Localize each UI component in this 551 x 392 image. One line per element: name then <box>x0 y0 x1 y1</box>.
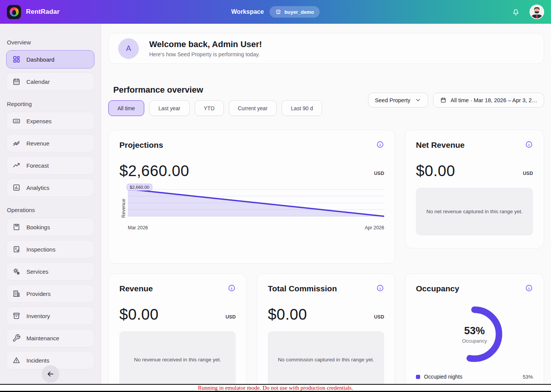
performance-header-row: Performance overview All timeLast yearYT… <box>108 85 544 116</box>
sidebar-item-services[interactable]: Services <box>6 262 95 281</box>
sidebar-item-revenue[interactable]: Revenue <box>6 134 95 152</box>
sidebar-item-label: Inventory <box>26 313 50 319</box>
building-icon <box>12 289 21 298</box>
emulator-warning-text: Running in emulator mode. Do not use wit… <box>198 385 353 391</box>
sidebar-section-label: Reporting <box>7 101 94 107</box>
property-selector-label: Seed Property <box>375 97 411 103</box>
sidebar-item-label: Analytics <box>26 185 49 191</box>
sidebar-item-maintenance[interactable]: Maintenance <box>6 329 95 347</box>
info-icon[interactable] <box>525 284 533 292</box>
x-axis-label-end: Apr 2026 <box>365 225 384 230</box>
revenue-value: $0.00 <box>119 306 159 323</box>
archive-box-icon <box>12 312 21 320</box>
brand: RentRadar <box>7 5 60 19</box>
filter-chip-all-time[interactable]: All time <box>108 100 144 116</box>
sidebar-item-providers[interactable]: Providers <box>6 284 95 303</box>
property-selector[interactable]: Seed Property <box>368 93 428 108</box>
workspace-badge-label: buyer_demo <box>284 9 314 15</box>
occupancy-percent: 53% <box>464 325 485 337</box>
occupancy-donut-chart: 53% Occupancy <box>442 302 507 367</box>
arrow-left-icon <box>46 370 55 378</box>
top-bar: RentRadar Workspace buyer_demo <box>0 0 551 24</box>
chevron-down-icon <box>415 97 421 103</box>
net-revenue-empty-state: No net revenue captured in this range ye… <box>416 188 533 235</box>
occupancy-title: Occupancy <box>416 284 459 293</box>
notifications-bell-icon[interactable] <box>511 7 520 16</box>
trending-up-icon <box>12 161 21 170</box>
info-icon[interactable] <box>228 284 236 292</box>
bar-chart-icon <box>12 183 21 192</box>
topbar-right <box>511 5 544 19</box>
filter-chip-ytd[interactable]: YTD <box>195 100 224 116</box>
sidebar-item-label: Services <box>26 268 49 275</box>
emulator-warning-bar: Running in emulator mode. Do not use wit… <box>0 384 551 392</box>
revenue-card: Revenue $0.00 USD No revenue received in… <box>108 273 247 392</box>
projections-card: Projections $2,660.00 USD Revenue <box>108 130 395 264</box>
occupancy-card: Occupancy 53% Occupancy <box>405 273 544 392</box>
sidebar-item-label: Calendar <box>26 78 50 85</box>
sidebar-collapse-button[interactable] <box>42 365 59 383</box>
warning-triangle-icon <box>12 356 21 364</box>
dashboard-grid-icon <box>12 55 21 64</box>
sidebar-item-forecast[interactable]: Forecast <box>6 156 95 175</box>
sidebar-item-label: Expenses <box>26 118 52 124</box>
sidebar-item-label: Incidents <box>26 357 49 364</box>
workspace-group: Workspace buyer_demo <box>231 6 320 18</box>
sidebar-item-bookings[interactable]: Bookings <box>6 218 95 236</box>
occupancy-legend: Occupied nights 53% <box>416 374 533 380</box>
info-icon[interactable] <box>376 140 384 149</box>
gears-icon <box>12 267 21 276</box>
trend-lines-icon <box>12 139 21 147</box>
filter-chip-last-year[interactable]: Last year <box>149 100 190 116</box>
performance-controls: Seed Property All time · Mar 18, 2026 – … <box>368 93 544 108</box>
projections-chart: Revenue $2,660.00 M <box>119 186 384 230</box>
sidebar-section-reporting: Reporting100ExpensesRevenueForecastAnaly… <box>6 101 95 197</box>
workspace-badge[interactable]: buyer_demo <box>269 6 320 18</box>
info-icon[interactable] <box>525 140 533 149</box>
banknote-icon: 100 <box>12 117 21 125</box>
net-revenue-title: Net Revenue <box>416 140 465 150</box>
sidebar-section-label: Operations <box>7 207 94 213</box>
sidebar-section-label: Overview <box>7 39 94 46</box>
sidebar-item-label: Forecast <box>26 162 49 169</box>
user-avatar[interactable] <box>530 5 544 19</box>
x-axis-label-start: Mar 2026 <box>128 225 148 230</box>
welcome-subtitle: Here's how Seed Property is performing t… <box>149 51 262 57</box>
welcome-title: Welcome back, Admin User! <box>149 39 262 49</box>
net-revenue-currency: USD <box>523 171 533 176</box>
main-content: A Welcome back, Admin User! Here's how S… <box>101 24 551 392</box>
clipboard-check-icon <box>12 245 21 253</box>
total-commission-value: $0.00 <box>268 306 307 323</box>
sidebar-item-inventory[interactable]: Inventory <box>6 307 95 325</box>
sidebar-item-label: Providers <box>26 291 51 297</box>
sidebar-section-overview: OverviewDashboardCalendar <box>6 39 95 91</box>
sidebar-item-analytics[interactable]: Analytics <box>6 178 95 197</box>
sidebar-item-dashboard[interactable]: Dashboard <box>6 50 95 69</box>
sidebar-item-inspections[interactable]: Inspections <box>6 240 95 258</box>
book-icon <box>12 223 21 231</box>
workspace-label: Workspace <box>231 8 264 15</box>
legend-swatch <box>416 375 420 379</box>
chart-point-tag: $2,660.00 <box>127 184 152 191</box>
sidebar-item-expenses[interactable]: 100Expenses <box>6 112 95 130</box>
net-revenue-value: $0.00 <box>416 162 455 180</box>
total-commission-title: Total Commission <box>268 284 337 293</box>
total-commission-empty-state: No commission captured in this range yet… <box>268 331 384 388</box>
projections-value: $2,660.00 <box>119 162 189 180</box>
cards-grid: Projections $2,660.00 USD Revenue <box>108 130 544 392</box>
performance-title: Performance overview <box>113 85 322 95</box>
chart-y-axis-label: Revenue <box>121 198 126 217</box>
sidebar-nav: OverviewDashboardCalendarReporting100Exp… <box>0 24 101 392</box>
info-icon[interactable] <box>376 284 384 292</box>
calendar-icon <box>440 97 447 103</box>
total-commission-currency: USD <box>374 314 384 320</box>
date-range-button[interactable]: All time · Mar 18, 2026 – Apr 3, 2… <box>433 93 544 108</box>
sidebar-item-label: Inspections <box>26 246 55 253</box>
filter-chip-last-90-d[interactable]: Last 90 d <box>282 100 322 116</box>
sidebar-item-calendar[interactable]: Calendar <box>6 72 95 91</box>
revenue-currency: USD <box>226 314 236 320</box>
time-filter-chips: All timeLast yearYTDCurrent yearLast 90 … <box>108 100 322 116</box>
filter-chip-current-year[interactable]: Current year <box>229 100 277 116</box>
sidebar-item-label: Revenue <box>26 140 49 147</box>
storefront-icon <box>275 9 281 15</box>
